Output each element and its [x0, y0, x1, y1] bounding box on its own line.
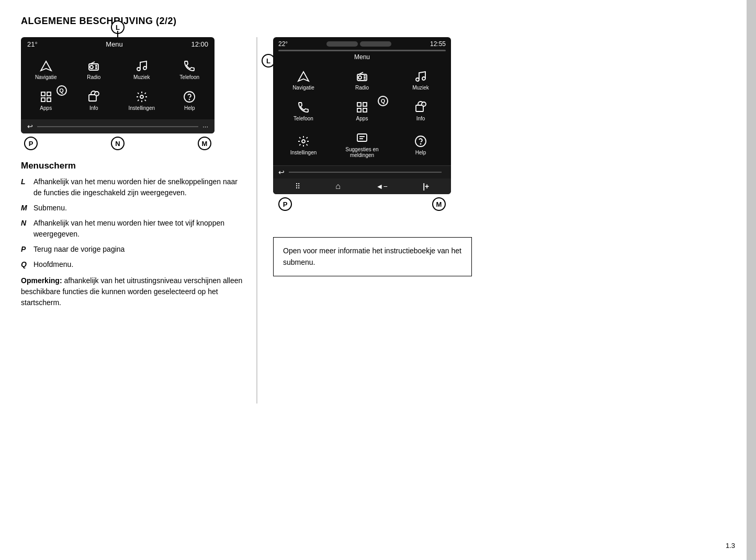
- left-telefoon-label: Telefoon: [179, 74, 199, 80]
- right-help-item: Help: [392, 128, 449, 162]
- muziek-icon: [136, 60, 148, 72]
- right-apps-item: Apps Q: [334, 97, 390, 126]
- left-screen: 21° Menu 12:00 Navigatie: [21, 37, 215, 133]
- page-number: 1.3: [726, 542, 735, 550]
- m-label-left: M: [198, 137, 211, 150]
- desc-N: N Afhankelijk van het menu worden hier t…: [21, 218, 246, 240]
- svg-point-2: [90, 65, 93, 69]
- svg-rect-10: [41, 98, 45, 102]
- svg-rect-9: [47, 92, 51, 96]
- svg-rect-8: [41, 92, 45, 96]
- page-divider: [256, 37, 257, 404]
- help-icon-left: [183, 91, 196, 103]
- info-icon-left: i: [87, 91, 100, 103]
- ctrl-apps-icon[interactable]: ⠿: [295, 182, 300, 191]
- svg-rect-12: [89, 95, 96, 101]
- ctrl-home-icon[interactable]: ⌂: [335, 182, 341, 191]
- right-suggesties-item: Suggesties en meldingen: [334, 128, 390, 162]
- right-info-label: Info: [416, 116, 425, 121]
- right-menu-label: Menu: [273, 49, 451, 63]
- svg-marker-18: [298, 72, 309, 81]
- right-controls-bar: ⠿ ⌂ ◄− |+: [273, 178, 451, 194]
- p-label-right: P: [278, 197, 292, 211]
- section-heading: Menuscherm: [21, 161, 246, 171]
- right-telefoon-label: Telefoon: [294, 116, 313, 121]
- right-muziek-icon: [414, 70, 427, 83]
- svg-point-17: [189, 99, 190, 100]
- q-badge-right: Q: [378, 96, 388, 106]
- left-time: 12:00: [191, 40, 208, 48]
- right-nav-icon: [297, 70, 310, 83]
- right-nav-label: Navigatie: [292, 85, 314, 91]
- svg-rect-29: [363, 108, 367, 112]
- left-nav-item: Navigatie: [23, 55, 69, 84]
- top-tab-2: [360, 41, 391, 47]
- svg-rect-30: [416, 105, 423, 111]
- left-instellingen-item: Instellingen: [119, 86, 165, 115]
- p-label-left: P: [24, 137, 38, 150]
- top-tab-1: [326, 41, 358, 47]
- left-info-item: i Info: [71, 86, 117, 115]
- right-telefoon-item: Telefoon: [275, 97, 332, 126]
- left-menu-label: Menu: [106, 40, 123, 48]
- left-temp: 21°: [27, 40, 38, 48]
- right-telefoon-icon: [297, 101, 310, 114]
- right-suggesties-label: Suggesties en meldingen: [336, 147, 388, 158]
- svg-text:i: i: [97, 93, 97, 96]
- right-muziek-label: Muziek: [412, 85, 429, 91]
- left-muziek-label: Muziek: [133, 74, 150, 80]
- left-help-item: Help: [167, 86, 213, 115]
- left-bottom-bar: ↩ ···: [21, 119, 215, 133]
- right-radio-icon: [356, 70, 368, 83]
- description-section: Menuscherm L Afhankelijk van het menu wo…: [21, 161, 246, 308]
- page-title: ALGEMENE BESCHRIJVING (2/2): [21, 16, 735, 27]
- desc-Q: Q Hoofdmenu.: [21, 259, 246, 270]
- ctrl-vol-down-icon[interactable]: ◄−: [376, 182, 388, 191]
- radio-icon: [87, 60, 100, 72]
- right-time: 12:55: [430, 40, 446, 48]
- left-icons-grid: Navigatie Radio: [21, 51, 215, 119]
- note-item: Opmerking: afhankelijk van het uitrustin…: [21, 275, 246, 308]
- nav-icon: [40, 60, 52, 72]
- right-back-btn[interactable]: ↩: [278, 168, 285, 176]
- right-instellingen-item: Instellingen: [275, 128, 332, 162]
- ctrl-vol-up-icon[interactable]: |+: [423, 182, 429, 191]
- svg-rect-26: [357, 103, 361, 106]
- left-telefoon-item: Telefoon: [167, 55, 213, 84]
- svg-point-16: [184, 92, 195, 102]
- right-apps-icon: [356, 101, 368, 114]
- sidebar-indicator: [747, 0, 756, 560]
- n-label: N: [111, 137, 125, 150]
- right-info-icon: i: [414, 101, 427, 114]
- svg-rect-27: [363, 103, 367, 106]
- svg-rect-11: [47, 98, 51, 102]
- left-help-label: Help: [184, 105, 195, 111]
- info-box: Open voor meer informatie het instructie…: [273, 237, 472, 276]
- desc-L: L Afhankelijk van het menu worden hier d…: [21, 176, 246, 198]
- telefoon-icon: [183, 60, 196, 72]
- left-radio-item: Radio: [71, 55, 117, 84]
- svg-point-38: [421, 143, 421, 144]
- svg-point-6: [137, 68, 140, 71]
- svg-rect-34: [357, 134, 367, 141]
- right-help-label: Help: [415, 150, 426, 155]
- right-info-item: i Info: [392, 97, 449, 126]
- svg-point-24: [416, 78, 419, 81]
- left-radio-label: Radio: [87, 74, 100, 80]
- right-instellingen-icon: [297, 135, 310, 148]
- left-back-btn[interactable]: ↩: [27, 122, 33, 130]
- q-badge-left: Q: [57, 85, 67, 96]
- svg-point-25: [422, 77, 425, 80]
- left-muziek-item: Muziek: [119, 55, 165, 84]
- left-instellingen-label: Instellingen: [128, 105, 155, 111]
- svg-point-33: [302, 140, 305, 143]
- info-box-text: Open voor meer informatie het instructie…: [283, 247, 461, 266]
- left-apps-item: Apps Q: [23, 86, 69, 115]
- right-tabs: [288, 41, 430, 47]
- left-more-btn[interactable]: ···: [202, 122, 208, 130]
- right-radio-label: Radio: [355, 85, 369, 91]
- right-radio-item: Radio: [334, 66, 390, 95]
- right-help-icon: [414, 135, 427, 148]
- right-apps-label: Apps: [356, 116, 368, 121]
- left-screen-topbar: 21° Menu 12:00: [21, 37, 215, 51]
